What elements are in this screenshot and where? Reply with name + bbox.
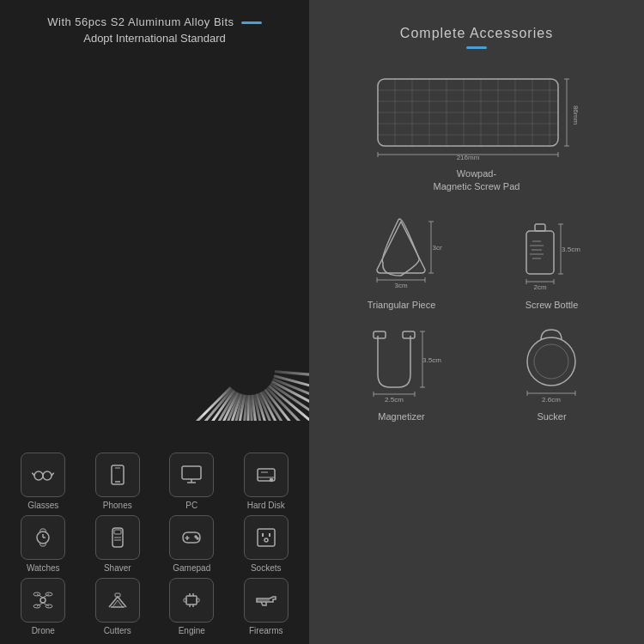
icon-box-shaver xyxy=(95,515,140,560)
shaver-icon xyxy=(106,526,130,550)
accessory-magnetizer: 2.5cm 3.5cm Magnetizer xyxy=(361,323,442,422)
icon-label-gamepad: Gamepad xyxy=(173,563,210,573)
svg-rect-93 xyxy=(197,598,199,602)
icon-box-drone xyxy=(21,578,65,623)
svg-point-157 xyxy=(534,344,568,379)
svg-text:3cm: 3cm xyxy=(394,282,407,289)
sucker-label: Sucker xyxy=(537,411,566,422)
accessory-bottle: 2cm 3.5cm Screw Bottle xyxy=(511,211,592,310)
icon-label-glasses: Glasses xyxy=(27,501,58,510)
accessory-triangle: 3cm 3cm Triangular Piece xyxy=(361,211,442,310)
icon-label-firearms: Firearms xyxy=(249,626,283,635)
icon-box-harddisk xyxy=(244,453,289,497)
icons-grid: Glasses Phones xyxy=(9,453,301,635)
phone-icon xyxy=(106,463,130,487)
svg-point-75 xyxy=(197,538,198,539)
icon-item-glasses: Glasses xyxy=(9,453,78,510)
gamepad-icon xyxy=(179,526,204,550)
icon-box-phones xyxy=(95,453,140,497)
icon-box-gamepad xyxy=(169,515,214,560)
icon-box-sockets xyxy=(244,515,289,560)
icon-label-phones: Phones xyxy=(103,501,132,510)
cutters-icon xyxy=(106,588,130,612)
svg-rect-147 xyxy=(403,331,415,338)
left-header: With 56pcs S2 Aluminum Alloy Bits Adopt … xyxy=(0,15,309,45)
wowpad-label: Wowpad-Magnetic Screw Pad xyxy=(434,167,520,194)
svg-text:216mm: 216mm xyxy=(457,154,480,161)
icon-box-engine xyxy=(169,578,214,623)
svg-rect-92 xyxy=(184,598,186,602)
svg-rect-69 xyxy=(114,530,121,534)
icon-label-engine: Engine xyxy=(179,626,205,635)
icon-label-sockets: Sockets xyxy=(251,563,282,573)
svg-text:2cm: 2cm xyxy=(533,283,546,291)
wowpad-section: 216mm 86mm Wowpad-Magnetic Screw Pad xyxy=(309,75,644,194)
watch-icon xyxy=(31,526,55,550)
sucker-svg: 2.6cm xyxy=(511,323,592,404)
icon-box-pc xyxy=(169,453,214,497)
svg-rect-76 xyxy=(258,529,275,546)
svg-rect-91 xyxy=(186,596,197,605)
icon-item-cutters: Cutters xyxy=(83,578,153,635)
icon-box-firearms xyxy=(244,578,289,623)
svg-text:3cm: 3cm xyxy=(432,244,442,252)
svg-rect-58 xyxy=(182,466,201,479)
bits-fan xyxy=(0,52,309,421)
svg-point-52 xyxy=(34,471,43,480)
bottle-label: Screw Bottle xyxy=(526,300,579,310)
icon-item-drone: Drone xyxy=(9,578,78,635)
svg-point-79 xyxy=(264,538,268,542)
svg-text:2.6cm: 2.6cm xyxy=(542,396,561,404)
accessory-sucker: 2.6cm Sucker xyxy=(511,323,592,422)
drone-icon xyxy=(31,588,55,612)
icon-label-harddisk: Hard Disk xyxy=(247,501,285,510)
icon-box-glasses xyxy=(21,453,65,497)
left-panel: With 56pcs S2 Aluminum Alloy Bits Adopt … xyxy=(0,0,309,644)
icon-item-firearms: Firearms xyxy=(232,578,301,635)
magnetizer-label: Magnetizer xyxy=(378,411,424,422)
svg-point-80 xyxy=(40,598,46,603)
icon-label-drone: Drone xyxy=(32,626,55,635)
right-title: Complete Accessories xyxy=(309,26,644,41)
svg-rect-132 xyxy=(526,231,554,274)
engine-icon xyxy=(179,588,204,612)
bottle-svg: 2cm 3.5cm xyxy=(511,211,592,293)
wowpad-drawing: 216mm 86mm xyxy=(374,75,580,161)
svg-text:86mm: 86mm xyxy=(572,106,580,125)
svg-text:2.5cm: 2.5cm xyxy=(385,396,404,404)
blue-dot-accent xyxy=(466,46,487,49)
svg-point-74 xyxy=(195,536,197,538)
icon-item-engine: Engine xyxy=(157,578,227,635)
left-title-line1: With 56pcs S2 Aluminum Alloy Bits xyxy=(0,15,309,28)
accessories-row-2: 2.5cm 3.5cm Magnetizer xyxy=(309,310,644,422)
firearms-icon xyxy=(254,588,278,612)
icon-label-cutters: Cutters xyxy=(104,626,131,635)
icon-label-pc: PC xyxy=(185,501,197,510)
magnetizer-svg: 2.5cm 3.5cm xyxy=(361,323,442,404)
icon-item-shaver: Shaver xyxy=(83,515,153,573)
right-panel: Complete Accessories xyxy=(309,0,644,644)
icon-item-watches: Watches xyxy=(9,515,78,573)
icon-label-watches: Watches xyxy=(27,563,60,573)
icon-item-gamepad: Gamepad xyxy=(157,515,227,573)
icon-item-pc: PC xyxy=(157,453,227,510)
blue-accent-line xyxy=(241,21,262,24)
left-title-line2: Adopt International Standard xyxy=(0,32,309,45)
icon-item-phones: Phones xyxy=(83,453,153,510)
icon-label-shaver: Shaver xyxy=(104,563,131,573)
svg-text:3.5cm: 3.5cm xyxy=(422,356,441,364)
icon-box-cutters xyxy=(95,578,140,623)
accessories-row-1: 3cm 3cm Triangular Piece xyxy=(309,194,644,310)
wowpad-svg: 216mm 86mm xyxy=(374,75,580,161)
triangle-label: Triangular Piece xyxy=(368,300,436,310)
main-container: With 56pcs S2 Aluminum Alloy Bits Adopt … xyxy=(0,0,644,644)
svg-text:3.5cm: 3.5cm xyxy=(562,246,580,253)
pc-icon xyxy=(179,463,204,487)
right-header: Complete Accessories xyxy=(309,0,644,49)
icon-item-harddisk: Hard Disk xyxy=(232,453,301,510)
svg-point-63 xyxy=(270,479,272,482)
socket-icon xyxy=(254,526,278,550)
svg-rect-131 xyxy=(535,224,545,231)
glasses-icon xyxy=(31,463,55,487)
harddisk-icon xyxy=(254,463,278,487)
